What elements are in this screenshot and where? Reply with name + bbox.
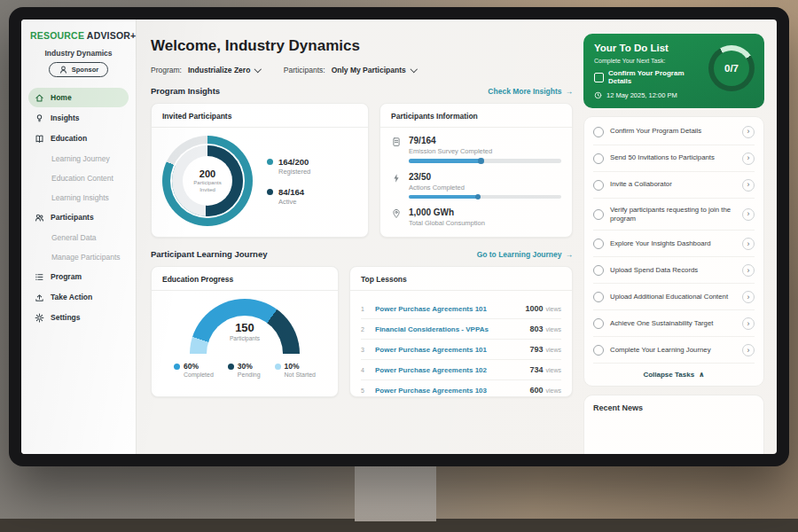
sidebar-item-insights[interactable]: Insights [28,108,129,128]
chevron-right-icon[interactable]: › [742,126,755,138]
lesson-row: 4 Power Purchase Agreements 102 734views [361,360,561,380]
legend-dot-completed [174,364,180,370]
insights-cards-row: Invited Participants 200 Participants In… [151,103,573,238]
recent-news-card: Recent News [583,395,764,454]
task-checkbox[interactable] [593,345,604,356]
task-row[interactable]: Explore Your Insights Dashboard › [593,231,755,257]
legend-item: 10% Not Started [275,362,316,378]
chevron-right-icon[interactable]: › [742,179,755,192]
people-icon [35,213,44,223]
education-progress-card: Education Progress 150 Participants [151,266,339,397]
book-icon [35,134,44,144]
legend-item: 60% Completed [174,362,214,378]
program-insights-header: Program Insights Check More Insights → [151,86,573,96]
go-to-learning-journey-link[interactable]: Go to Learning Journey → [477,250,573,259]
sidebar-item-home[interactable]: Home [28,88,129,107]
section-title: Participant Learning Journey [151,249,267,259]
card-title: Education Progress [152,275,338,291]
lesson-link[interactable]: Financial Considerations - VPPAs [375,325,522,333]
progress-bar [409,159,561,163]
brand-secondary: ADVISOR+ [87,30,137,41]
chevron-right-icon[interactable]: › [742,153,755,165]
bolt-icon [391,173,402,184]
sidebar-item-education[interactable]: Education [28,129,129,148]
learning-cards-row: Education Progress 150 Participants [151,266,573,397]
participants-information-card: Participants Information 79/164 Emission… [379,103,573,238]
check-more-insights-link[interactable]: Check More Insights → [488,87,573,96]
donut-chart: 200 Participants Invited 164/200 Registe [162,136,357,226]
todo-progress-ring: 0/7 [708,45,755,91]
task-row[interactable]: Complete Your Learning Journey › [593,337,755,364]
sidebar-item-take-action[interactable]: Take Action [28,287,129,307]
checkbox-icon[interactable] [594,73,604,82]
task-row[interactable]: Verify participants requesting to join t… [593,199,755,231]
gauge-chart: 150 Participants 60% Completed [162,299,327,378]
task-row[interactable]: Confirm Your Program Details › [593,119,755,145]
gear-icon [35,313,44,323]
chevron-right-icon[interactable]: › [742,238,755,250]
list-icon [35,272,44,282]
task-row[interactable]: Achieve One Sustainability Target › [593,310,755,337]
sidebar-item-learning-journey[interactable]: Learning Journey [28,149,129,168]
section-title: Program Insights [151,86,220,96]
sidebar-item-manage-participants[interactable]: Manage Participants [28,247,129,266]
stat-row: 23/50 Actions Completed [391,172,561,200]
task-row[interactable]: Upload Additional Educational Content › [593,284,755,310]
task-checkbox[interactable] [593,180,604,191]
lesson-link[interactable]: Power Purchase Agreements 103 [375,387,522,395]
brand-primary: RESOURCE [30,30,84,41]
todo-progress-value: 0/7 [714,51,749,86]
main-content: Welcome, Industry Dynamics Program: Indu… [137,20,583,454]
card-title: Invited Participants [152,112,368,128]
task-checkbox[interactable] [593,239,604,249]
sidebar-item-general-data[interactable]: General Data [28,228,129,246]
participants-filter-label: Participants: [284,66,325,74]
brand-logo[interactable]: RESOURCE ADVISOR+ [28,28,129,47]
participants-select[interactable]: Only My Participants [332,66,417,74]
task-list-card: Confirm Your Program Details › Send 50 I… [583,116,764,387]
sponsor-badge[interactable]: Sponsor [49,62,108,77]
monitor-bezel: RESOURCE ADVISOR+ Industry Dynamics Spon… [9,7,789,466]
lesson-row: 5 Power Purchase Agreements 103 600views [361,380,561,400]
task-checkbox[interactable] [593,292,604,302]
task-checkbox[interactable] [593,127,604,137]
donut-center: 200 Participants Invited [183,156,232,206]
legend-item: 164/200 Registered [267,157,310,176]
legend-item: 30% Pending [228,362,261,378]
task-row[interactable]: Send 50 Invitations to Participants › [593,145,755,172]
dashboard-screen: RESOURCE ADVISOR+ Industry Dynamics Spon… [21,20,777,454]
chevron-up-icon: ∧ [699,371,705,379]
program-select[interactable]: Industrialize Zero [188,66,261,74]
task-checkbox[interactable] [593,209,604,220]
chevron-right-icon[interactable]: › [742,291,755,303]
task-row[interactable]: Invite a Collaborator › [593,172,755,199]
progress-fill [409,195,479,200]
todo-panel: Your To Do List Complete Your Next Task:… [583,20,777,454]
page-title: Welcome, Industry Dynamics [151,37,573,55]
sidebar-item-participants[interactable]: Participants [28,207,129,227]
invited-participants-card: Invited Participants 200 Participants In… [151,103,369,238]
gauge-center: 150 Participants [190,321,300,341]
task-checkbox[interactable] [593,318,604,329]
arrow-right-icon: → [566,250,574,259]
nested-donut: 200 Participants Invited [162,136,253,226]
sidebar-item-settings[interactable]: Settings [28,308,129,327]
chevron-right-icon[interactable]: › [742,208,755,221]
task-checkbox[interactable] [593,265,604,276]
legend-dot-registered [267,159,273,165]
todo-hero-card: Your To Do List Complete Your Next Task:… [583,34,764,108]
chevron-right-icon[interactable]: › [742,344,755,356]
sidebar-item-learning-insights[interactable]: Learning Insights [28,188,129,207]
lesson-link[interactable]: Power Purchase Agreements 101 [375,346,522,354]
collapse-tasks-link[interactable]: Collapse Tasks ∧ [593,364,755,382]
sidebar-item-education-content[interactable]: Education Content [28,168,129,187]
chevron-right-icon[interactable]: › [742,264,755,277]
lesson-link[interactable]: Power Purchase Agreements 102 [375,366,522,374]
location-pin-icon [391,208,402,219]
task-row[interactable]: Upload Spend Data Records › [593,257,755,284]
lesson-row: 3 Power Purchase Agreements 101 793views [361,340,561,360]
chevron-right-icon[interactable]: › [742,317,755,330]
task-checkbox[interactable] [593,153,604,164]
sidebar-item-program[interactable]: Program [28,267,129,286]
lesson-link[interactable]: Power Purchase Agreements 101 [375,305,518,313]
